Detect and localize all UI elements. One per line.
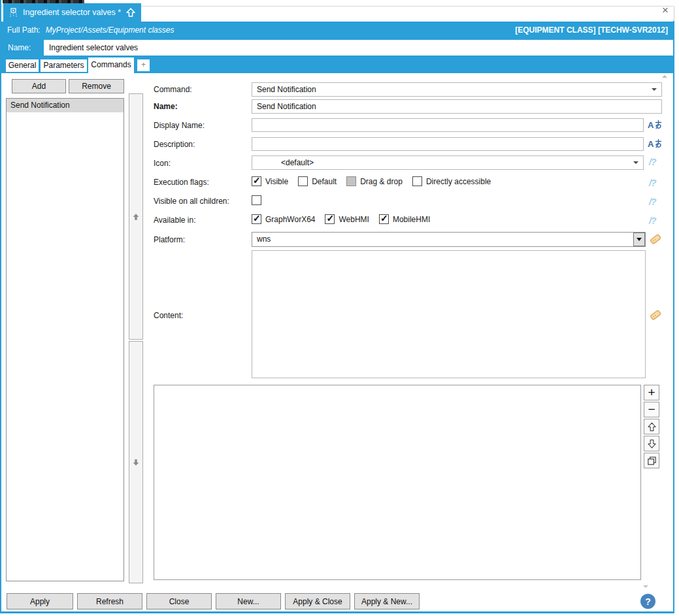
- checkbox-graphworx64[interactable]: GraphWorX64: [252, 214, 315, 224]
- visible-on-all-children-group: [252, 195, 275, 205]
- refresh-button[interactable]: Refresh: [77, 593, 142, 609]
- add-command-button[interactable]: Add: [12, 79, 66, 93]
- checkbox-drag-and-drop[interactable]: Drag & drop: [346, 176, 403, 186]
- checkbox-box[interactable]: [412, 176, 422, 186]
- dropdown-button[interactable]: [633, 233, 645, 246]
- expression-icon[interactable]: /?: [649, 178, 655, 188]
- platform-combobox[interactable]: wns: [252, 232, 646, 247]
- equipment-name-input[interactable]: [44, 40, 673, 56]
- execution-flags-label: Execution flags:: [154, 178, 209, 187]
- content-textarea[interactable]: [252, 250, 646, 378]
- available-in-label: Available in:: [154, 216, 196, 225]
- window-close-icon[interactable]: ×: [662, 5, 669, 16]
- description-label: Description:: [154, 140, 195, 149]
- platform-label: Platform:: [154, 235, 185, 244]
- footer-bar: Apply Refresh Close New... Apply & Close…: [1, 591, 673, 611]
- triggers-list[interactable]: [154, 385, 641, 580]
- command-name-input[interactable]: [252, 99, 662, 114]
- move-up-button[interactable]: [129, 93, 143, 340]
- chevron-down-icon: [637, 238, 642, 241]
- up-arrow-icon: [131, 212, 141, 221]
- expression-icon[interactable]: /?: [649, 157, 655, 167]
- command-combobox-value: Send Notification: [257, 85, 316, 94]
- document-tab[interactable]: Ingredient selector valves * ×: [3, 3, 141, 22]
- apply-and-new-button[interactable]: Apply & New...: [354, 593, 420, 609]
- context-badge: [EQUIPMENT CLASS] [TECHW-SVR2012]: [515, 25, 668, 35]
- display-name-label: Display Name:: [154, 121, 205, 130]
- execution-flags-group: Visible Default Drag & drop Directly acc…: [252, 176, 501, 186]
- list-duplicate-button[interactable]: [644, 453, 659, 468]
- description-input[interactable]: [252, 137, 644, 151]
- name-bar: Name:: [1, 39, 673, 57]
- icon-combobox[interactable]: <default>: [252, 155, 644, 170]
- help-icon[interactable]: ?: [640, 594, 655, 609]
- checkbox-box[interactable]: [346, 176, 356, 186]
- chevron-down-icon: [652, 88, 657, 91]
- tag-icon[interactable]: [650, 233, 661, 248]
- list-remove-button[interactable]: −: [644, 402, 659, 417]
- tabrow-right-divider: [674, 6, 674, 21]
- remove-command-button[interactable]: Remove: [69, 79, 124, 93]
- checkbox-box[interactable]: [252, 176, 261, 186]
- command-list-item[interactable]: Send Notification: [7, 99, 124, 112]
- svg-text:A: A: [648, 139, 654, 149]
- icon-combobox-value: <default>: [281, 158, 314, 167]
- platform-combobox-value: wns: [257, 235, 271, 244]
- checkbox-webhmi[interactable]: WebHMI: [325, 214, 369, 224]
- checkbox-mobilehmi[interactable]: MobileHMI: [379, 214, 430, 224]
- checkbox-box[interactable]: [298, 176, 308, 186]
- checkbox-visible[interactable]: Visible: [252, 176, 288, 186]
- available-in-group: GraphWorX64 WebHMI MobileHMI: [252, 214, 440, 224]
- command-list[interactable]: Send Notification: [6, 98, 124, 581]
- tab-parameters[interactable]: Parameters: [41, 59, 87, 72]
- command-label: Command:: [154, 85, 192, 94]
- list-move-down-button[interactable]: [644, 436, 659, 451]
- list-add-button[interactable]: +: [644, 385, 659, 400]
- tab-commands[interactable]: Commands: [88, 57, 134, 73]
- tag-icon[interactable]: [650, 309, 661, 323]
- new-button[interactable]: New...: [216, 593, 281, 609]
- down-arrow-icon: [647, 439, 657, 449]
- apply-button[interactable]: Apply: [7, 593, 73, 609]
- icon-label: Icon:: [154, 159, 171, 168]
- workbench-dialog: × Ingredient selector valves * × Full Pa…: [0, 0, 679, 616]
- expression-icon[interactable]: /?: [649, 216, 655, 226]
- scroll-down-arrow-icon[interactable]: [643, 585, 648, 588]
- checkbox-box[interactable]: [252, 214, 261, 224]
- window-border-right: [673, 21, 674, 613]
- localization-icon[interactable]: A: [648, 138, 662, 152]
- editor-tab-strip: General Parameters Commands +: [1, 57, 673, 73]
- tab-general[interactable]: General: [6, 59, 39, 72]
- move-down-button[interactable]: [129, 341, 143, 583]
- checkbox-box[interactable]: [252, 195, 261, 205]
- checkbox-directly-accessible[interactable]: Directly accessible: [412, 176, 491, 186]
- command-combobox[interactable]: Send Notification: [252, 82, 662, 97]
- checkbox-default[interactable]: Default: [298, 176, 337, 186]
- checkbox-box[interactable]: [379, 214, 389, 224]
- close-button[interactable]: Close: [146, 593, 212, 609]
- window-border-bottom: [0, 611, 674, 613]
- display-name-input[interactable]: [252, 118, 644, 132]
- name-bar-label: Name:: [8, 43, 31, 52]
- chevron-down-icon: [633, 161, 638, 164]
- copy-icon: [647, 456, 657, 466]
- up-arrow-icon: [647, 422, 657, 432]
- promote-icon[interactable]: [125, 7, 136, 18]
- checkbox-box[interactable]: [325, 214, 335, 224]
- full-path-bar: Full Path: MyProject/Assets/Equipment cl…: [1, 22, 673, 39]
- scroll-up-arrow-icon[interactable]: [662, 75, 667, 78]
- expression-icon[interactable]: /?: [649, 197, 655, 207]
- checkbox-visible-on-all-children[interactable]: [252, 195, 265, 205]
- list-move-up-button[interactable]: [644, 419, 659, 434]
- equipment-class-icon: [8, 8, 18, 18]
- full-path-label: Full Path:: [7, 25, 41, 35]
- apply-and-close-button[interactable]: Apply & Close: [285, 593, 350, 609]
- localization-icon[interactable]: A: [648, 120, 662, 133]
- down-arrow-icon: [131, 458, 141, 467]
- content-label: Content:: [154, 311, 183, 320]
- add-tab-button[interactable]: +: [137, 59, 150, 71]
- svg-text:A: A: [648, 120, 654, 130]
- full-path-value: MyProject/Assets/Equipment classes: [46, 25, 174, 35]
- document-tab-title: Ingredient selector valves *: [23, 8, 121, 17]
- document-tab-close-icon[interactable]: ×: [141, 8, 146, 18]
